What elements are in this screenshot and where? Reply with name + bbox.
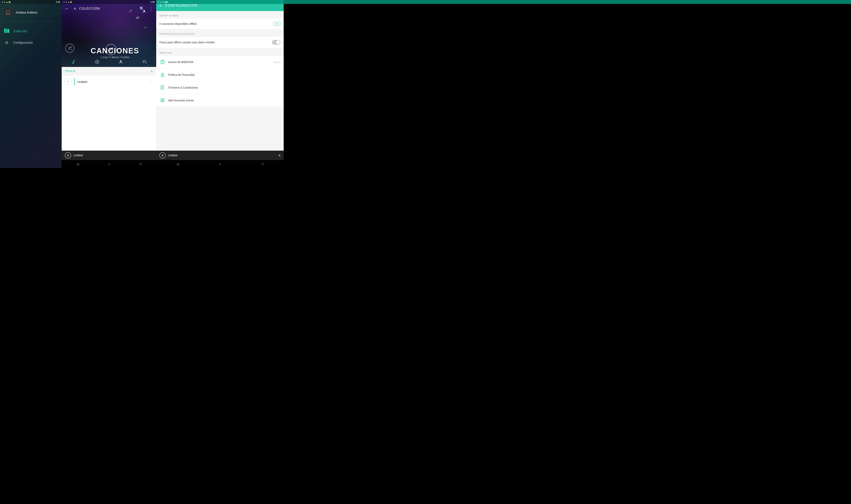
group-label-saber: Saber más — [156, 48, 284, 56]
group-label-sync: Preferencias de sincronización — [156, 29, 284, 37]
sidebar-item-configuracion[interactable]: ⚙ Configuración — [0, 37, 61, 48]
star-3 — [128, 34, 128, 34]
svg-point-3 — [8, 29, 9, 30]
privacy-policy-label: Política de Privacidad — [168, 73, 281, 76]
sidebar-coleccion-label: Colección — [13, 30, 27, 33]
status-bar-left: ⊛ ⊡ ☁ 🐸 1:18 — [0, 0, 61, 4]
svg-point-16 — [162, 75, 163, 76]
player-bar-right: ⏸ Untitled ≡ — [156, 150, 284, 160]
book-icon — [159, 97, 166, 104]
terms-label: Términos & Condiciones — [168, 86, 281, 89]
svg-rect-11 — [143, 62, 144, 63]
collection-panel: ⊛ ⊡ ☁ 🐸 1:18 ← ≡ COLECCIÓN 🔍 ⋮ — [61, 0, 156, 168]
sidebar-item-coleccion[interactable]: Colección — [0, 25, 61, 37]
lock-icon — [159, 72, 166, 78]
username-label: Andrea Ardións — [16, 11, 54, 14]
sidebar-configuracion-label: Configuración — [13, 41, 33, 44]
section-header: TÍTULO ∧ — [61, 67, 156, 75]
svg-rect-9 — [143, 60, 146, 61]
section-title-label: TÍTULO — [65, 70, 75, 73]
status-icons-middle: ⊛ ⊡ ☁ 🐸 — [63, 1, 72, 3]
svg-point-6 — [96, 61, 98, 62]
player-bar-middle: ⏸ Untitled — [61, 150, 156, 160]
android-nav-right: ◁ ○ □ — [156, 160, 284, 168]
pause-button-middle[interactable]: ⏸ — [65, 152, 71, 159]
canciones-title: CANCIONES — [91, 47, 139, 55]
drawer-panel: ⊛ ⊡ ☁ 🐸 1:18 🎧 Andrea Ardións › Colecció… — [0, 0, 61, 168]
tab-songs[interactable] — [69, 59, 78, 66]
song-more-button[interactable]: ⋮ — [147, 78, 153, 85]
settings-content: Gestión de datos 0 canciones disponibles… — [156, 11, 284, 150]
svg-rect-1 — [6, 29, 7, 33]
back-nav-middle[interactable]: ◁ — [76, 162, 79, 166]
now-playing-right: Untitled — [168, 154, 276, 157]
tab-bar — [61, 57, 156, 67]
song-row: + Untitled ⋮ — [61, 75, 156, 88]
now-playing-middle: Untitled — [73, 154, 153, 157]
status-bar-middle: ⊛ ⊡ ☁ 🐸 1:18 — [61, 0, 156, 4]
android-nav-middle: ◁ ○ □ — [61, 160, 156, 168]
star-1 — [81, 20, 81, 20]
song-accent — [74, 78, 75, 85]
gear-icon: ⚙ — [4, 40, 10, 45]
privacy-policy-row[interactable]: Política de Privacidad — [156, 69, 284, 81]
svg-rect-0 — [4, 29, 5, 33]
baboom-icon — [159, 59, 166, 65]
tab-artists[interactable] — [116, 59, 125, 66]
status-time-middle: 1:18 — [150, 1, 155, 3]
section-chevron-icon[interactable]: ∧ — [150, 69, 153, 73]
settings-title-label: CONFIGURACIÓN — [165, 3, 198, 8]
toggle-offline-mobile[interactable] — [272, 40, 281, 45]
drawer-user-row[interactable]: 🎧 Andrea Ardións › — [0, 4, 61, 21]
hero-section: ← ≡ COLECCIÓN 🔍 ⋮ CANCIONES 1 — [61, 0, 156, 67]
user-arrow-icon: › — [57, 11, 58, 14]
baboom-version: v1.0.4 — [273, 61, 281, 64]
settings-card-sync: Pasar para offline cuando uses datos móv… — [156, 37, 284, 48]
svg-point-4 — [143, 10, 145, 12]
recents-nav-middle[interactable]: □ — [140, 162, 142, 166]
offline-mobile-label: Pasar para offline cuando uses datos móv… — [159, 41, 272, 44]
queue-button[interactable]: ≡ — [278, 154, 281, 158]
home-nav-right[interactable]: ○ — [219, 162, 221, 166]
tab-playlists[interactable] — [140, 59, 149, 66]
settings-card-gestion: 0 canciones disponibles offline 0 B — [156, 18, 284, 29]
tab-albums[interactable] — [92, 59, 102, 66]
svg-point-7 — [120, 60, 122, 62]
more-button[interactable]: ⋮ — [147, 5, 155, 13]
songs-list-section: TÍTULO ∧ + Untitled ⋮ — [61, 67, 156, 150]
settings-panel: ★ ▲ 3G ▮▮▮ 1:18 ≡ CONFIGURACIÓN Gestión … — [156, 0, 284, 168]
offline-songs-row[interactable]: 0 canciones disponibles offline 0 B — [156, 18, 284, 29]
svg-point-8 — [120, 62, 121, 63]
status-icons-right: ★ ▲ 3G ▮▮▮ — [158, 1, 168, 3]
offline-mobile-row[interactable]: Pasar para offline cuando uses datos móv… — [156, 37, 284, 48]
about-baboom-row[interactable]: Acerca de BABOOM v1.0.4 — [156, 56, 284, 69]
licenses-row[interactable]: Abrir licencias fuente — [156, 94, 284, 107]
back-nav-right[interactable]: ◁ — [177, 162, 179, 166]
status-bar-right: ★ ▲ 3G ▮▮▮ 1:18 — [156, 0, 284, 4]
offline-songs-label: 0 canciones disponibles offline — [159, 22, 273, 25]
status-time-left: 1:18 — [56, 1, 60, 3]
group-label-gestion: Gestión de datos — [156, 11, 284, 18]
collection-title: COLECCIÓN — [79, 7, 136, 11]
svg-rect-10 — [143, 61, 145, 62]
svg-point-14 — [162, 62, 163, 63]
avatar: 🎧 — [3, 8, 13, 17]
collection-toolbar: ← ≡ COLECCIÓN 🔍 ⋮ — [61, 4, 156, 13]
recents-nav-right[interactable]: □ — [262, 162, 264, 166]
terms-row[interactable]: Términos & Condiciones — [156, 81, 284, 94]
svg-rect-17 — [161, 86, 163, 89]
shuffle-left-button[interactable] — [65, 44, 74, 53]
back-button[interactable]: ← — [63, 4, 71, 13]
song-add-button[interactable]: + — [65, 78, 72, 85]
menu-button[interactable]: ≡ — [72, 5, 77, 13]
star-5 — [95, 27, 95, 28]
pause-button-right[interactable]: ⏸ — [159, 152, 166, 159]
song-title: Untitled — [77, 80, 145, 84]
collection-icon — [4, 29, 10, 34]
about-baboom-label: Acerca de BABOOM — [168, 60, 273, 64]
terms-icon — [159, 85, 166, 91]
drawer-nav: Colección ⚙ Configuración — [0, 21, 61, 52]
home-nav-middle[interactable]: ○ — [108, 162, 110, 166]
profile-icon — [142, 10, 146, 14]
svg-marker-12 — [146, 62, 147, 64]
